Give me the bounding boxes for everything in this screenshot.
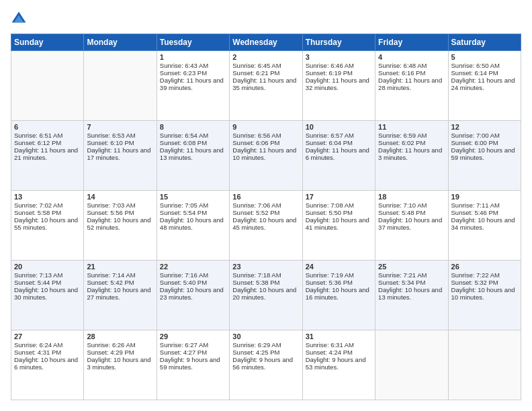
sunset-text: Sunset: 5:56 PM [87,209,153,216]
calendar-cell: 6Sunrise: 6:51 AMSunset: 6:12 PMDaylight… [11,121,84,191]
daylight-text: Daylight: 11 hours and 24 minutes. [451,77,518,91]
daylight-text: Daylight: 10 hours and 45 minutes. [232,216,299,231]
calendar-cell [448,330,521,400]
day-number: 12 [451,123,518,131]
sunset-text: Sunset: 5:40 PM [160,279,226,286]
sunrise-text: Sunrise: 7:00 AM [451,132,518,139]
sunset-text: Sunset: 5:32 PM [451,279,518,286]
day-number: 14 [87,193,153,201]
day-number: 21 [87,263,153,271]
sunrise-text: Sunrise: 6:29 AM [232,341,299,349]
daylight-text: Daylight: 9 hours and 56 minutes. [232,356,299,371]
calendar-cell: 21Sunrise: 7:14 AMSunset: 5:42 PMDayligh… [84,261,157,330]
calendar-cell: 13Sunrise: 7:02 AMSunset: 5:58 PMDayligh… [11,191,84,261]
sunrise-text: Sunrise: 6:31 AM [306,341,372,349]
calendar-cell: 18Sunrise: 7:10 AMSunset: 5:48 PMDayligh… [375,191,448,261]
calendar-cell: 12Sunrise: 7:00 AMSunset: 6:00 PMDayligh… [448,121,521,191]
calendar-cell: 16Sunrise: 7:06 AMSunset: 5:52 PMDayligh… [230,191,302,261]
sunset-text: Sunset: 4:27 PM [160,349,226,356]
calendar-cell [375,330,448,400]
calendar-week-row: 20Sunrise: 7:13 AMSunset: 5:44 PMDayligh… [11,261,521,330]
sunset-text: Sunset: 6:00 PM [451,139,518,146]
daylight-text: Daylight: 10 hours and 6 minutes. [14,356,81,371]
daylight-text: Daylight: 10 hours and 27 minutes. [87,286,153,301]
sunset-text: Sunset: 6:12 PM [14,139,81,146]
calendar-cell: 27Sunrise: 6:24 AMSunset: 4:31 PMDayligh… [11,330,84,400]
sunset-text: Sunset: 4:31 PM [14,349,81,356]
daylight-text: Daylight: 11 hours and 39 minutes. [160,77,226,91]
day-number: 31 [306,332,372,340]
day-number: 10 [306,123,372,131]
logo-icon [11,11,27,27]
sunrise-text: Sunrise: 7:21 AM [378,271,445,279]
daylight-text: Daylight: 10 hours and 55 minutes. [14,216,81,231]
sunrise-text: Sunrise: 6:24 AM [14,341,81,349]
calendar-cell: 30Sunrise: 6:29 AMSunset: 4:25 PMDayligh… [230,330,302,400]
sunrise-text: Sunrise: 6:57 AM [306,132,372,139]
sunset-text: Sunset: 6:14 PM [451,69,518,77]
calendar-week-row: 1Sunrise: 6:43 AMSunset: 6:23 PMDaylight… [11,51,521,121]
sunrise-text: Sunrise: 6:48 AM [378,62,445,69]
day-number: 2 [232,53,299,61]
calendar-cell: 22Sunrise: 7:16 AMSunset: 5:40 PMDayligh… [157,261,229,330]
sunset-text: Sunset: 6:21 PM [232,69,299,77]
sunset-text: Sunset: 5:46 PM [451,209,518,216]
daylight-text: Daylight: 10 hours and 30 minutes. [14,286,81,301]
calendar-cell: 26Sunrise: 7:22 AMSunset: 5:32 PMDayligh… [448,261,521,330]
calendar-cell: 25Sunrise: 7:21 AMSunset: 5:34 PMDayligh… [375,261,448,330]
calendar-week-row: 6Sunrise: 6:51 AMSunset: 6:12 PMDaylight… [11,121,521,191]
sunrise-text: Sunrise: 6:43 AM [160,62,226,69]
weekday-header: Sunday [11,34,84,51]
calendar-week-row: 27Sunrise: 6:24 AMSunset: 4:31 PMDayligh… [11,330,521,400]
sunset-text: Sunset: 5:36 PM [306,279,372,286]
day-number: 28 [87,332,153,340]
day-number: 24 [306,263,372,271]
day-number: 22 [160,263,226,271]
calendar-cell: 31Sunrise: 6:31 AMSunset: 4:24 PMDayligh… [302,330,375,400]
sunset-text: Sunset: 6:08 PM [160,139,226,146]
sunrise-text: Sunrise: 7:10 AM [378,201,445,209]
sunset-text: Sunset: 5:50 PM [306,209,372,216]
weekday-header: Wednesday [230,34,302,51]
calendar-cell: 28Sunrise: 6:26 AMSunset: 4:29 PMDayligh… [84,330,157,400]
calendar-cell: 11Sunrise: 6:59 AMSunset: 6:02 PMDayligh… [375,121,448,191]
calendar-cell: 1Sunrise: 6:43 AMSunset: 6:23 PMDaylight… [157,51,229,121]
daylight-text: Daylight: 11 hours and 28 minutes. [378,77,445,91]
sunset-text: Sunset: 5:54 PM [160,209,226,216]
day-number: 29 [160,332,226,340]
calendar-cell: 4Sunrise: 6:48 AMSunset: 6:16 PMDaylight… [375,51,448,121]
daylight-text: Daylight: 10 hours and 3 minutes. [87,356,153,371]
sunrise-text: Sunrise: 7:02 AM [14,201,81,209]
sunset-text: Sunset: 6:10 PM [87,139,153,146]
sunset-text: Sunset: 6:06 PM [232,139,299,146]
calendar-cell: 23Sunrise: 7:18 AMSunset: 5:38 PMDayligh… [230,261,302,330]
sunset-text: Sunset: 4:24 PM [306,349,372,356]
calendar-cell: 7Sunrise: 6:53 AMSunset: 6:10 PMDaylight… [84,121,157,191]
calendar-cell: 3Sunrise: 6:46 AMSunset: 6:19 PMDaylight… [302,51,375,121]
sunrise-text: Sunrise: 7:19 AM [306,271,372,279]
day-number: 25 [378,263,445,271]
daylight-text: Daylight: 9 hours and 53 minutes. [306,356,372,371]
weekday-header: Thursday [302,34,375,51]
day-number: 7 [87,123,153,131]
sunrise-text: Sunrise: 7:05 AM [160,201,226,209]
sunset-text: Sunset: 6:02 PM [378,139,445,146]
calendar-cell: 17Sunrise: 7:08 AMSunset: 5:50 PMDayligh… [302,191,375,261]
day-number: 18 [378,193,445,201]
calendar-cell: 2Sunrise: 6:45 AMSunset: 6:21 PMDaylight… [230,51,302,121]
day-number: 3 [306,53,372,61]
sunset-text: Sunset: 4:29 PM [87,349,153,356]
day-number: 8 [160,123,226,131]
sunset-text: Sunset: 4:25 PM [232,349,299,356]
weekday-header: Saturday [448,34,521,51]
daylight-text: Daylight: 10 hours and 52 minutes. [87,216,153,231]
sunrise-text: Sunrise: 6:26 AM [87,341,153,349]
sunrise-text: Sunrise: 7:13 AM [14,271,81,279]
calendar-cell [84,51,157,121]
page: SundayMondayTuesdayWednesdayThursdayFrid… [0,0,532,411]
sunset-text: Sunset: 6:19 PM [306,69,372,77]
weekday-header: Monday [84,34,157,51]
sunrise-text: Sunrise: 7:18 AM [232,271,299,279]
calendar-cell: 5Sunrise: 6:50 AMSunset: 6:14 PMDaylight… [448,51,521,121]
sunset-text: Sunset: 6:04 PM [306,139,372,146]
